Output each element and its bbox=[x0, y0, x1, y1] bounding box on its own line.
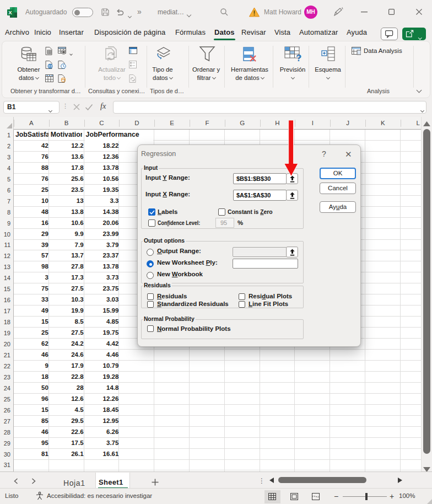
svg-text:X: X bbox=[8, 9, 12, 15]
svg-text:?: ? bbox=[296, 53, 301, 62]
